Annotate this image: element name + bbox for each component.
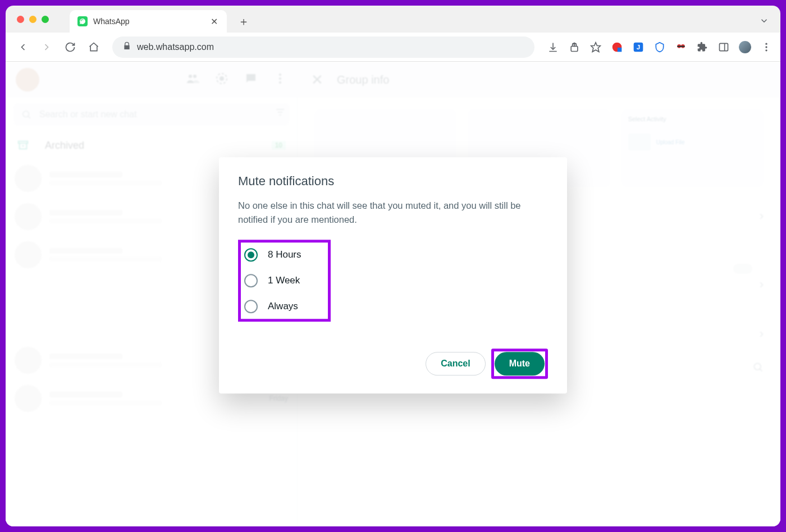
whatsapp-icon <box>77 16 88 26</box>
search-input[interactable]: Search or start new chat <box>13 103 289 126</box>
reload-button[interactable] <box>61 38 80 57</box>
minimize-window-button[interactable] <box>29 16 36 23</box>
cancel-button[interactable]: Cancel <box>426 352 485 376</box>
mute-notifications-dialog: Mute notifications No one else in this c… <box>219 157 567 394</box>
mute-button-highlight: Mute <box>491 349 548 379</box>
option-label: 1 Week <box>268 276 300 287</box>
profile-avatar[interactable] <box>739 41 751 53</box>
tab-title: WhatsApp <box>93 17 130 26</box>
mute-option-8-hours[interactable]: 8 Hours <box>244 249 325 262</box>
browser-window: WhatsApp ✕ ＋ web.whatsapp.com J <box>6 6 780 526</box>
extension-icon-2[interactable]: J <box>632 41 645 53</box>
browser-tab[interactable]: WhatsApp ✕ <box>70 10 227 33</box>
svg-point-13 <box>765 49 767 51</box>
profile-avatar[interactable] <box>16 68 39 91</box>
svg-rect-8 <box>677 45 684 47</box>
svg-line-29 <box>760 369 762 371</box>
new-chat-icon[interactable] <box>244 72 258 88</box>
toggle-switch[interactable] <box>733 264 752 274</box>
svg-point-19 <box>279 77 281 80</box>
svg-point-17 <box>220 77 223 80</box>
svg-point-16 <box>217 74 227 84</box>
media-card[interactable]: Select Activity Upload File <box>622 109 764 187</box>
fullscreen-window-button[interactable] <box>42 16 49 23</box>
svg-point-20 <box>279 81 281 84</box>
lock-icon <box>122 42 131 53</box>
dialog-title: Mute notifications <box>238 174 548 189</box>
close-window-button[interactable] <box>17 16 24 23</box>
svg-line-22 <box>28 116 30 118</box>
address-bar[interactable]: web.whatsapp.com <box>112 36 534 58</box>
svg-point-14 <box>189 75 192 78</box>
new-tab-button[interactable]: ＋ <box>235 12 253 30</box>
group-info-header: ✕ Group info <box>298 62 780 98</box>
browser-toolbar: web.whatsapp.com J <box>6 33 780 62</box>
svg-point-28 <box>754 363 761 370</box>
close-icon[interactable]: ✕ <box>311 71 323 89</box>
search-icon <box>21 109 31 120</box>
close-tab-button[interactable]: ✕ <box>211 16 218 27</box>
svg-point-15 <box>193 75 196 78</box>
dialog-description: No one else in this chat will see that y… <box>238 199 548 227</box>
status-icon[interactable] <box>215 72 229 88</box>
mute-duration-options: 8 Hours 1 Week Always <box>238 240 331 322</box>
svg-rect-3 <box>618 47 622 52</box>
option-label: 8 Hours <box>268 250 301 261</box>
svg-rect-9 <box>720 43 728 51</box>
extensions-button[interactable] <box>696 41 709 53</box>
search-placeholder: Search or start new chat <box>39 109 136 120</box>
svg-rect-26 <box>19 141 28 144</box>
search-icon[interactable] <box>752 361 764 376</box>
tab-strip: WhatsApp ✕ ＋ <box>6 6 780 33</box>
page-viewport: Search or start new chat Archived 10 Sun… <box>6 62 780 526</box>
toolbar-actions: J <box>543 41 773 53</box>
bookmark-star-icon[interactable] <box>590 41 602 53</box>
svg-marker-1 <box>591 42 601 52</box>
menu-icon[interactable] <box>273 72 287 88</box>
forward-button[interactable] <box>37 38 56 57</box>
url-text: web.whatsapp.com <box>137 42 214 52</box>
radio-icon <box>244 274 258 288</box>
dialog-actions: Cancel Mute <box>238 349 548 379</box>
window-controls <box>17 16 49 23</box>
archived-count: 10 <box>272 141 286 150</box>
extension-icon-1[interactable] <box>611 41 623 53</box>
svg-rect-0 <box>571 46 578 51</box>
mute-option-always[interactable]: Always <box>244 300 325 314</box>
option-label: Always <box>268 301 298 313</box>
extension-icon-3[interactable] <box>654 41 666 53</box>
side-panel-button[interactable] <box>718 41 730 53</box>
menu-button[interactable] <box>760 41 773 53</box>
svg-text:J: J <box>637 43 640 51</box>
svg-point-12 <box>765 46 767 48</box>
back-button[interactable] <box>13 38 33 57</box>
filter-icon[interactable] <box>275 107 286 120</box>
archived-label: Archived <box>45 140 84 152</box>
communities-icon[interactable] <box>186 72 199 88</box>
radio-icon <box>244 249 258 262</box>
archive-icon <box>17 139 29 152</box>
radio-icon <box>244 300 258 314</box>
download-icon[interactable] <box>547 41 559 53</box>
tabs-menu-button[interactable] <box>759 16 769 28</box>
group-info-title: Group info <box>337 74 389 86</box>
extension-icon-4[interactable] <box>675 41 687 53</box>
svg-point-21 <box>23 111 29 117</box>
home-button[interactable] <box>84 38 103 57</box>
mute-button[interactable]: Mute <box>495 352 545 376</box>
mute-option-1-week[interactable]: 1 Week <box>244 274 325 288</box>
svg-point-18 <box>279 74 281 76</box>
archived-row[interactable]: Archived 10 <box>6 131 297 159</box>
svg-point-11 <box>765 43 767 44</box>
share-icon[interactable] <box>568 41 581 53</box>
